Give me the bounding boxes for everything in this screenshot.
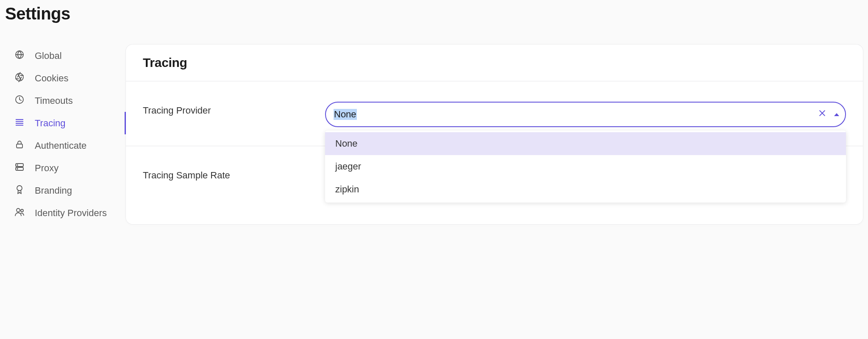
label-tracing-sample-rate: Tracing Sample Rate [143,167,317,181]
svg-rect-10 [16,119,23,120]
svg-rect-14 [17,144,22,148]
svg-rect-11 [16,121,23,122]
svg-rect-12 [16,123,23,124]
aperture-icon [14,72,25,85]
sidebar-item-tracing[interactable]: Tracing [14,112,126,134]
tracing-provider-combobox[interactable]: None [325,102,846,127]
clear-icon[interactable] [818,109,826,120]
clock-icon [14,94,25,107]
award-icon [14,184,25,197]
sidebar-item-branding[interactable]: Branding [14,179,126,202]
card-title: Tracing [143,56,846,70]
sidebar-item-cookies[interactable]: Cookies [14,67,126,89]
sidebar-item-label: Branding [35,185,72,196]
lock-icon [14,139,25,152]
sidebar-item-label: Identity Providers [35,208,107,219]
card-header: Tracing [126,44,863,81]
sidebar-item-timeouts[interactable]: Timeouts [14,89,126,112]
dropdown-option-jaeger[interactable]: jaeger [325,155,846,178]
svg-rect-13 [16,125,23,125]
caret-up-icon[interactable] [834,113,839,116]
sidebar-item-label: Global [35,50,62,61]
settings-sidebar: GlobalCookiesTimeoutsTracingAuthenticate… [5,44,126,224]
tracing-provider-dropdown: Nonejaegerzipkin [325,131,846,203]
globe-icon [14,50,25,62]
combobox-value: None [334,109,818,120]
form-row-tracing-provider: Tracing Provider None Nonejaege [126,81,863,146]
combobox-selected-text: None [334,109,357,120]
dropdown-option-zipkin[interactable]: zipkin [325,178,846,201]
sidebar-item-authenticate[interactable]: Authenticate [14,134,126,157]
sidebar-item-proxy[interactable]: Proxy [14,157,126,179]
svg-point-18 [17,168,18,169]
lines-icon [14,117,25,130]
sidebar-item-label: Tracing [35,118,66,129]
dropdown-option-none[interactable]: None [325,132,846,155]
sidebar-item-global[interactable]: Global [14,44,126,67]
tracing-card: Tracing Tracing Provider None [126,44,863,224]
sidebar-item-label: Timeouts [35,95,73,106]
server-icon [14,162,25,175]
sidebar-item-label: Cookies [35,73,68,84]
sidebar-item-label: Authenticate [35,140,86,151]
sidebar-item-identity-providers[interactable]: Identity Providers [14,202,126,224]
label-tracing-provider: Tracing Provider [143,102,317,116]
svg-point-20 [17,208,20,212]
users-icon [14,207,25,220]
svg-point-21 [21,209,23,212]
page-title: Settings [5,4,863,23]
sidebar-active-indicator [125,112,126,134]
sidebar-item-label: Proxy [35,163,58,174]
svg-point-17 [17,164,18,165]
svg-point-19 [17,186,22,191]
